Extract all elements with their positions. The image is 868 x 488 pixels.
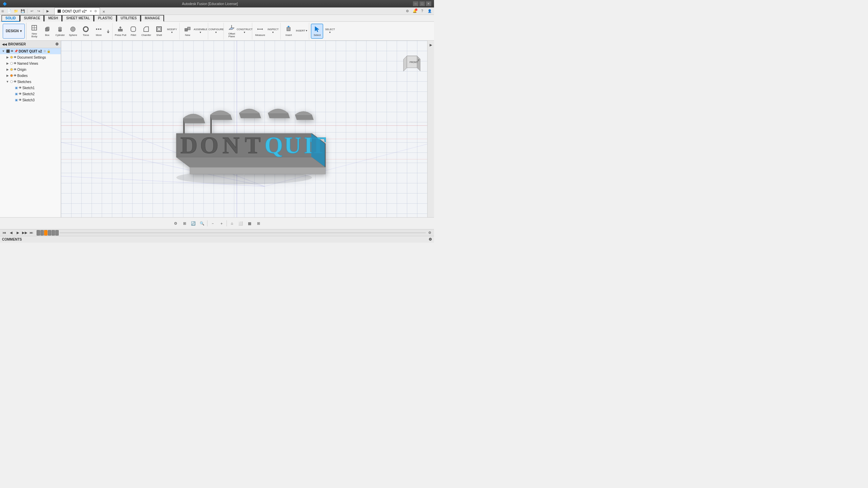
collapse-browser-btn[interactable]: ◀◀ [2,43,7,46]
insert-insert-btn[interactable]: Insert [282,24,295,39]
document-tab[interactable]: ⬛ DONT QUIT v2* ✕ ⚙ [54,7,100,15]
timeline-feature-5[interactable] [55,230,59,236]
root-visibility-icon[interactable]: 👁 [11,49,14,53]
svg-point-13 [100,28,101,30]
tab-mesh[interactable]: MESH [44,15,62,22]
grid-settings-btn[interactable]: ⊞ [181,220,188,227]
tree-item-named-views[interactable]: ▶ 👁 Named Views [0,60,61,66]
expander-root[interactable]: ▼ [1,49,5,53]
timeline-track[interactable] [59,232,426,233]
tree-item-origin[interactable]: ▶ 👁 Origin [0,66,61,73]
inspect-dropdown[interactable]: INSPECT ▾ [267,24,279,39]
timeline-feature-current[interactable] [44,230,47,236]
settings-icon[interactable]: ⚙ [404,8,410,14]
fillet-btn[interactable]: Fillet [127,24,139,39]
tab-plastic[interactable]: PLASTIC [94,15,117,22]
design-dropdown[interactable]: DESIGN ▾ [3,24,25,39]
notifications-icon[interactable]: 🔔 [412,8,418,14]
appearance-btn[interactable]: ▦ [246,220,253,227]
expander-sketches[interactable]: ▼ [5,80,9,83]
close-button[interactable]: ✕ [426,1,431,6]
create-new-body-btn[interactable]: New Body [28,24,40,39]
select-btn[interactable]: Select [311,24,323,39]
assemble-dropdown[interactable]: ASSEMBLE ▾ [194,24,206,39]
assemble-new-component[interactable]: New [181,24,194,39]
tree-item-sketch1[interactable]: ▣ 👁 Sketch1 [0,85,61,91]
viewport[interactable]: D O N T Q U I T [61,41,427,217]
window-controls[interactable]: ─ □ ✕ [413,1,431,6]
open-button[interactable]: 📁 [13,8,19,14]
tab-manage[interactable]: MANAGE [141,15,164,22]
timeline-feature-1[interactable] [37,230,40,236]
inspect-measure-btn[interactable]: Measure [254,24,266,39]
undo-button[interactable]: ↩ [29,8,35,14]
tab-sheet-metal[interactable]: SHEET METAL [62,15,94,22]
expander-origin[interactable]: ▶ [5,68,9,71]
svg-marker-55 [190,167,326,174]
visual-style-btn[interactable]: ⊞ [255,220,262,227]
root-options-icon[interactable]: ⚙ [43,49,46,53]
browser-settings-icon[interactable]: ⚙ [55,42,59,46]
timeline-rewind-btn[interactable]: ⏮ [1,230,7,236]
construct-plane-btn[interactable]: Offset Plane [225,24,238,39]
tree-item-root[interactable]: ▼ ⬛ 👁 📌 DONT QUIT v2 ⚙ 🔒 [0,48,61,54]
shell-btn[interactable]: Shell [153,24,165,39]
orbit-btn[interactable]: 🔄 [190,220,197,227]
display-settings-btn[interactable]: ⚙ [172,220,179,227]
modify-dropdown[interactable]: MODIFY ▾ [166,24,178,39]
expander-bodies[interactable]: ▶ [5,74,9,77]
user-icon[interactable]: 👤 [427,8,433,14]
create-cylinder-btn[interactable]: Cylinder [54,24,66,39]
zoom-btn[interactable]: 🔍 [198,220,206,227]
save-button[interactable]: 💾 [20,8,26,14]
timeline-feature-2[interactable] [40,230,44,236]
insert-dropdown[interactable]: INSERT ▾ [295,24,308,39]
create-torus-btn[interactable]: Torus [80,24,92,39]
zoom-out-btn[interactable]: － [209,220,216,227]
tree-item-sketches[interactable]: ▼ 👁 Sketches [0,79,61,85]
viewcube[interactable]: TOP FRONT Z [400,54,420,75]
timeline-feature-4[interactable] [52,230,55,236]
tab-utilities[interactable]: UTILITIES [117,15,141,22]
zoom-in-btn[interactable]: ＋ [218,220,225,227]
help-icon[interactable]: ? [419,8,425,14]
configure-dropdown[interactable]: CONFIGURE ▾ [210,24,222,39]
timeline-step-back-btn[interactable]: ◀ [8,230,14,236]
construct-dropdown[interactable]: CONSTRUCT ▾ [238,24,251,39]
tree-item-sketch2[interactable]: ▣ 👁 Sketch2 [0,91,61,97]
maximize-button[interactable]: □ [419,1,425,6]
3d-model[interactable]: D O N T Q U I T [156,65,332,187]
timeline-settings-btn[interactable]: ⚙ [427,230,433,236]
expander-doc-settings[interactable]: ▶ [5,56,9,59]
tab-close-icon[interactable]: ✕ [90,9,92,13]
timeline-feature-3[interactable] [48,230,51,236]
select-dropdown[interactable]: SELECT ▾ [324,24,336,39]
tree-item-bodies[interactable]: ▶ 👁 Bodies [0,73,61,79]
view-fit-btn[interactable]: ⬜ [237,220,244,227]
minimize-button[interactable]: ─ [413,1,418,6]
view-home-btn[interactable]: ⌂ [228,220,236,227]
chamfer-btn[interactable]: Chamfer [140,24,152,39]
box-icon [43,25,51,33]
right-panel-btn1[interactable]: ▶ [428,42,434,47]
tree-item-doc-settings[interactable]: ▶ 👁 Document Settings [0,54,61,60]
tree-item-sketch3[interactable]: ▣ 👁 Sketch3 [0,97,61,103]
tab-solid[interactable]: SOLID [1,15,20,22]
expander-named-views[interactable]: ▶ [5,62,9,65]
timeline-play-btn[interactable]: ▶ [15,230,21,236]
comments-settings-icon[interactable]: ⚙ [429,237,432,242]
right-panel: ▶ [427,41,434,217]
create-sphere-btn[interactable]: Sphere [67,24,79,39]
tab-surface[interactable]: SURFACE [20,15,44,22]
press-pull-btn[interactable]: Press Pull [114,24,126,39]
new-tab-button[interactable]: ✕ [101,9,107,15]
timeline-step-fwd-btn[interactable]: ▶▶ [22,230,28,236]
svg-marker-59 [403,56,407,71]
run-button[interactable]: ▶ [45,8,51,14]
create-box-btn[interactable]: Box [41,24,53,39]
create-more-btn[interactable]: More [93,24,105,39]
timeline-end-btn[interactable]: ⏭ [28,230,35,236]
create-dropdown-btn[interactable] [105,24,111,39]
redo-button[interactable]: ↪ [36,8,42,14]
new-button[interactable]: 📄 [6,8,12,14]
